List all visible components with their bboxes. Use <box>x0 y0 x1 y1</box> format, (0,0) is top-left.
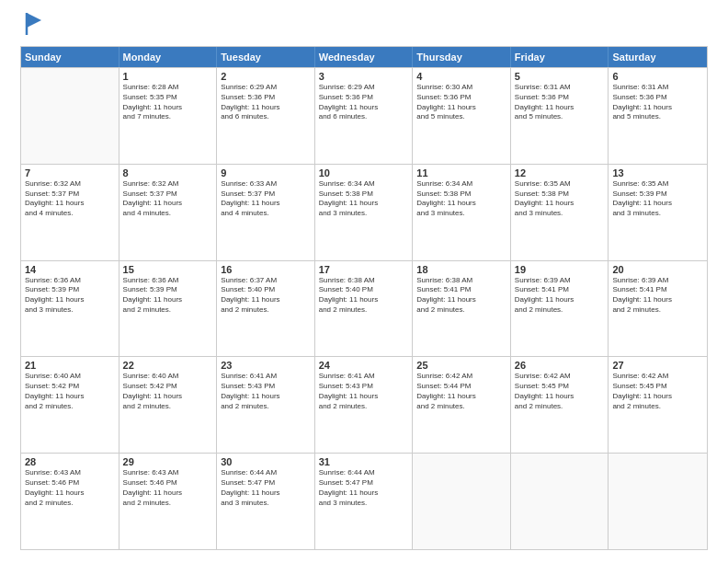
cell-info: Sunrise: 6:35 AM Sunset: 5:39 PM Dayligh… <box>612 179 703 219</box>
calendar-cell: 25Sunrise: 6:42 AM Sunset: 5:44 PM Dayli… <box>413 357 511 453</box>
cell-info: Sunrise: 6:33 AM Sunset: 5:37 PM Dayligh… <box>221 179 311 219</box>
calendar-cell: 3Sunrise: 6:29 AM Sunset: 5:36 PM Daylig… <box>315 68 414 164</box>
cell-info: Sunrise: 6:34 AM Sunset: 5:38 PM Dayligh… <box>319 179 409 219</box>
calendar-cell: 26Sunrise: 6:42 AM Sunset: 5:45 PM Dayli… <box>511 357 609 453</box>
day-number: 24 <box>319 360 409 371</box>
day-number: 27 <box>612 360 703 371</box>
calendar-cell: 12Sunrise: 6:35 AM Sunset: 5:38 PM Dayli… <box>511 165 609 260</box>
calendar-cell: 16Sunrise: 6:37 AM Sunset: 5:40 PM Dayli… <box>217 261 315 357</box>
calendar-cell: 10Sunrise: 6:34 AM Sunset: 5:38 PM Dayli… <box>315 165 414 260</box>
calendar-cell: 30Sunrise: 6:44 AM Sunset: 5:47 PM Dayli… <box>217 454 315 549</box>
day-number: 22 <box>123 360 213 371</box>
cell-info: Sunrise: 6:31 AM Sunset: 5:36 PM Dayligh… <box>612 83 703 122</box>
logo <box>20 17 43 37</box>
calendar-week-3: 14Sunrise: 6:36 AM Sunset: 5:39 PM Dayli… <box>21 260 707 357</box>
calendar-cell: 5Sunrise: 6:31 AM Sunset: 5:36 PM Daylig… <box>511 68 609 164</box>
cell-info: Sunrise: 6:41 AM Sunset: 5:43 PM Dayligh… <box>319 372 409 411</box>
calendar: SundayMondayTuesdayWednesdayThursdayFrid… <box>20 46 708 550</box>
day-number: 25 <box>416 360 506 371</box>
calendar-cell: 11Sunrise: 6:34 AM Sunset: 5:38 PM Dayli… <box>413 165 511 260</box>
calendar-week-5: 28Sunrise: 6:43 AM Sunset: 5:46 PM Dayli… <box>21 453 707 549</box>
day-number: 11 <box>416 167 506 178</box>
calendar-cell: 22Sunrise: 6:40 AM Sunset: 5:42 PM Dayli… <box>119 357 218 453</box>
day-header-sunday: Sunday <box>21 47 119 67</box>
cell-info: Sunrise: 6:44 AM Sunset: 5:47 PM Dayligh… <box>319 468 409 508</box>
day-number: 15 <box>123 264 213 275</box>
calendar-cell: 20Sunrise: 6:39 AM Sunset: 5:41 PM Dayli… <box>609 261 707 357</box>
calendar-body: 1Sunrise: 6:28 AM Sunset: 5:35 PM Daylig… <box>21 67 707 549</box>
cell-info: Sunrise: 6:38 AM Sunset: 5:41 PM Dayligh… <box>416 276 506 316</box>
day-number: 20 <box>612 264 703 275</box>
day-number: 14 <box>25 264 115 275</box>
calendar-week-4: 21Sunrise: 6:40 AM Sunset: 5:42 PM Dayli… <box>21 356 707 453</box>
cell-info: Sunrise: 6:42 AM Sunset: 5:45 PM Dayligh… <box>515 372 605 411</box>
cell-info: Sunrise: 6:40 AM Sunset: 5:42 PM Dayligh… <box>25 372 115 411</box>
day-number: 4 <box>416 71 506 82</box>
calendar-cell <box>511 454 609 549</box>
day-header-thursday: Thursday <box>413 47 511 67</box>
day-number: 29 <box>123 456 213 467</box>
calendar-cell: 6Sunrise: 6:31 AM Sunset: 5:36 PM Daylig… <box>609 68 707 164</box>
day-header-wednesday: Wednesday <box>315 47 414 67</box>
calendar-cell: 15Sunrise: 6:36 AM Sunset: 5:39 PM Dayli… <box>119 261 218 357</box>
day-number: 28 <box>25 456 115 467</box>
calendar-cell: 1Sunrise: 6:28 AM Sunset: 5:35 PM Daylig… <box>119 68 218 164</box>
day-number: 17 <box>319 264 409 275</box>
day-number: 10 <box>319 167 409 178</box>
day-number: 2 <box>221 71 311 82</box>
svg-marker-0 <box>27 13 41 28</box>
cell-info: Sunrise: 6:28 AM Sunset: 5:35 PM Dayligh… <box>123 83 213 122</box>
day-number: 31 <box>319 456 409 467</box>
day-number: 19 <box>515 264 605 275</box>
cell-info: Sunrise: 6:40 AM Sunset: 5:42 PM Dayligh… <box>123 372 213 411</box>
cell-info: Sunrise: 6:32 AM Sunset: 5:37 PM Dayligh… <box>123 179 213 219</box>
day-number: 30 <box>221 456 311 467</box>
day-number: 3 <box>319 71 409 82</box>
calendar-week-2: 7Sunrise: 6:32 AM Sunset: 5:37 PM Daylig… <box>21 164 707 260</box>
day-header-monday: Monday <box>119 47 218 67</box>
day-header-tuesday: Tuesday <box>217 47 315 67</box>
day-header-saturday: Saturday <box>609 47 707 67</box>
cell-info: Sunrise: 6:36 AM Sunset: 5:39 PM Dayligh… <box>123 276 213 316</box>
day-number: 26 <box>515 360 605 371</box>
calendar-cell: 19Sunrise: 6:39 AM Sunset: 5:41 PM Dayli… <box>511 261 609 357</box>
calendar-cell: 27Sunrise: 6:42 AM Sunset: 5:45 PM Dayli… <box>609 357 707 453</box>
cell-info: Sunrise: 6:37 AM Sunset: 5:40 PM Dayligh… <box>221 276 311 316</box>
calendar-cell: 7Sunrise: 6:32 AM Sunset: 5:37 PM Daylig… <box>21 165 119 260</box>
calendar-cell: 14Sunrise: 6:36 AM Sunset: 5:39 PM Dayli… <box>21 261 119 357</box>
calendar-cell: 8Sunrise: 6:32 AM Sunset: 5:37 PM Daylig… <box>119 165 218 260</box>
cell-info: Sunrise: 6:32 AM Sunset: 5:37 PM Dayligh… <box>25 179 115 219</box>
calendar-cell <box>609 454 707 549</box>
cell-info: Sunrise: 6:29 AM Sunset: 5:36 PM Dayligh… <box>221 83 311 122</box>
day-number: 5 <box>515 71 605 82</box>
day-number: 13 <box>612 167 703 178</box>
cell-info: Sunrise: 6:29 AM Sunset: 5:36 PM Dayligh… <box>319 83 409 122</box>
calendar-cell: 13Sunrise: 6:35 AM Sunset: 5:39 PM Dayli… <box>609 165 707 260</box>
day-number: 18 <box>416 264 506 275</box>
header <box>20 17 708 37</box>
calendar-cell <box>413 454 511 549</box>
day-header-friday: Friday <box>511 47 609 67</box>
cell-info: Sunrise: 6:41 AM Sunset: 5:43 PM Dayligh… <box>221 372 311 411</box>
cell-info: Sunrise: 6:38 AM Sunset: 5:40 PM Dayligh… <box>319 276 409 316</box>
cell-info: Sunrise: 6:43 AM Sunset: 5:46 PM Dayligh… <box>25 468 115 508</box>
cell-info: Sunrise: 6:35 AM Sunset: 5:38 PM Dayligh… <box>515 179 605 219</box>
calendar-cell: 17Sunrise: 6:38 AM Sunset: 5:40 PM Dayli… <box>315 261 414 357</box>
calendar-header: SundayMondayTuesdayWednesdayThursdayFrid… <box>21 47 707 67</box>
cell-info: Sunrise: 6:36 AM Sunset: 5:39 PM Dayligh… <box>25 276 115 316</box>
calendar-cell: 4Sunrise: 6:30 AM Sunset: 5:36 PM Daylig… <box>413 68 511 164</box>
calendar-cell: 9Sunrise: 6:33 AM Sunset: 5:37 PM Daylig… <box>217 165 315 260</box>
calendar-cell: 2Sunrise: 6:29 AM Sunset: 5:36 PM Daylig… <box>217 68 315 164</box>
calendar-cell: 29Sunrise: 6:43 AM Sunset: 5:46 PM Dayli… <box>119 454 218 549</box>
cell-info: Sunrise: 6:42 AM Sunset: 5:45 PM Dayligh… <box>612 372 703 411</box>
calendar-week-1: 1Sunrise: 6:28 AM Sunset: 5:35 PM Daylig… <box>21 67 707 164</box>
calendar-cell: 18Sunrise: 6:38 AM Sunset: 5:41 PM Dayli… <box>413 261 511 357</box>
page: SundayMondayTuesdayWednesdayThursdayFrid… <box>0 0 728 563</box>
calendar-cell: 21Sunrise: 6:40 AM Sunset: 5:42 PM Dayli… <box>21 357 119 453</box>
cell-info: Sunrise: 6:44 AM Sunset: 5:47 PM Dayligh… <box>221 468 311 508</box>
cell-info: Sunrise: 6:31 AM Sunset: 5:36 PM Dayligh… <box>515 83 605 122</box>
calendar-cell: 24Sunrise: 6:41 AM Sunset: 5:43 PM Dayli… <box>315 357 414 453</box>
cell-info: Sunrise: 6:39 AM Sunset: 5:41 PM Dayligh… <box>515 276 605 316</box>
day-number: 16 <box>221 264 311 275</box>
cell-info: Sunrise: 6:34 AM Sunset: 5:38 PM Dayligh… <box>416 179 506 219</box>
